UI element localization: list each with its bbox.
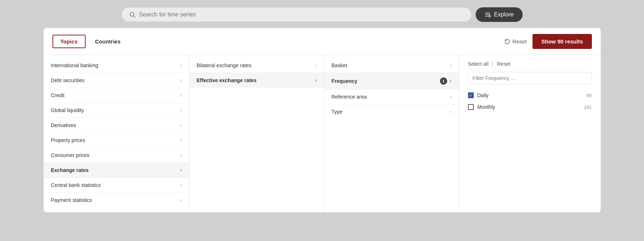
filter-label: Type <box>332 109 343 115</box>
daily-label: Daily <box>477 92 489 98</box>
topic-item-derivatives[interactable]: Derivatives › <box>44 118 189 133</box>
svg-line-1 <box>133 16 135 17</box>
search-icon <box>129 11 136 18</box>
subtopics-column: Bilateral exchange rates › Effective exc… <box>190 55 324 212</box>
chevron-icon: › <box>180 108 182 113</box>
monthly-count: 181 <box>584 104 592 110</box>
tab-countries[interactable]: Countries <box>87 35 129 48</box>
subtopic-item-bilateral[interactable]: Bilateral exchange rates › <box>190 58 324 73</box>
filter-label: Frequency <box>332 78 358 84</box>
select-all-link[interactable]: Select all <box>468 61 489 67</box>
subtopic-label: Effective exchange rates <box>197 77 257 83</box>
tab-group: Topics Countries <box>52 35 129 48</box>
topic-label: Property prices <box>51 137 85 143</box>
frequency-filter-input[interactable] <box>468 72 592 84</box>
explore-label: Explore <box>494 11 514 18</box>
topics-column: International banking › Debt securities … <box>44 55 190 212</box>
frequency-actions: Select all | Reset <box>468 61 511 67</box>
subtopic-item-effective[interactable]: Effective exchange rates › <box>190 73 324 88</box>
chevron-icon: › <box>450 94 452 99</box>
frequency-column: Select all | Reset Daily 90 Monthly 181 <box>459 55 601 212</box>
show-results-button[interactable]: Show 90 results <box>532 34 592 49</box>
frequency-badge: 1 <box>440 77 447 85</box>
chevron-icon: › <box>180 138 182 143</box>
chevron-icon: › <box>450 79 452 84</box>
topic-item-international-banking[interactable]: International banking › <box>44 58 189 73</box>
topic-item-debt-securities[interactable]: Debt securities › <box>44 73 189 88</box>
chevron-icon: › <box>180 183 182 188</box>
chevron-icon: › <box>180 198 182 203</box>
panel-header: Topics Countries Reset Show 90 results <box>44 28 601 55</box>
frequency-header: Select all | Reset <box>468 61 592 67</box>
topic-label: Payment statistics <box>51 197 92 203</box>
topic-item-global-liquidity[interactable]: Global liquidity › <box>44 103 189 118</box>
chevron-icon: › <box>180 63 182 68</box>
svg-point-5 <box>489 15 491 17</box>
main-panel: Topics Countries Reset Show 90 results I… <box>43 28 601 213</box>
chevron-icon: › <box>180 123 182 128</box>
header-actions: Reset Show 90 results <box>504 34 592 49</box>
filter-item-basket[interactable]: Basket › <box>324 58 459 73</box>
frequency-option-daily: Daily 90 <box>468 89 592 101</box>
chevron-icon: › <box>180 168 182 173</box>
tab-topics[interactable]: Topics <box>52 35 86 48</box>
topic-item-central-bank-statistics[interactable]: Central bank statistics › <box>44 178 189 193</box>
filter-label: Reference area <box>332 94 367 100</box>
chevron-icon: › <box>315 78 317 83</box>
topic-item-payment-statistics[interactable]: Payment statistics › <box>44 193 189 207</box>
topic-label: International banking <box>51 62 98 68</box>
topic-label: Central bank statistics <box>51 182 101 188</box>
daily-count: 90 <box>586 93 592 98</box>
daily-checkbox[interactable] <box>468 92 474 98</box>
chevron-icon: › <box>180 93 182 98</box>
chevron-icon: › <box>315 63 317 68</box>
frequency-option-monthly: Monthly 181 <box>468 101 592 113</box>
topic-label: Consumer prices <box>51 152 90 158</box>
explore-button[interactable]: Explore <box>476 7 522 22</box>
reset-icon <box>504 39 510 45</box>
separator: | <box>492 61 493 67</box>
search-bar-container: Explore <box>122 7 523 22</box>
chevron-icon: › <box>180 78 182 83</box>
panel-body: International banking › Debt securities … <box>44 55 601 212</box>
filter-item-reference-area[interactable]: Reference area › <box>324 89 459 104</box>
chevron-icon: › <box>180 153 182 158</box>
reset-label: Reset <box>512 38 527 45</box>
monthly-label: Monthly <box>477 104 495 110</box>
topic-item-exchange-rates[interactable]: Exchange rates › <box>44 163 189 178</box>
filter-item-type[interactable]: Type › <box>324 104 459 119</box>
monthly-checkbox[interactable] <box>468 104 474 110</box>
chevron-icon: › <box>450 63 452 68</box>
search-input[interactable] <box>139 11 464 18</box>
explore-icon <box>484 11 491 18</box>
topic-label: Global liquidity <box>51 107 84 113</box>
chevron-icon: › <box>450 109 452 114</box>
filter-label: Basket <box>332 62 347 68</box>
subtopic-label: Bilateral exchange rates <box>197 62 251 68</box>
reset-button[interactable]: Reset <box>504 38 527 45</box>
freq-reset-link[interactable]: Reset <box>497 61 511 67</box>
topic-item-consumer-prices[interactable]: Consumer prices › <box>44 148 189 163</box>
topic-label: Exchange rates <box>51 167 89 173</box>
topic-label: Derivatives <box>51 122 76 128</box>
topic-item-property-prices[interactable]: Property prices › <box>44 133 189 148</box>
search-input-wrapper <box>122 8 472 22</box>
topic-label: Debt securities <box>51 77 85 83</box>
topic-label: Credit <box>51 92 65 98</box>
topic-item-credit[interactable]: Credit › <box>44 88 189 103</box>
filter-item-frequency[interactable]: Frequency 1 › <box>324 73 459 89</box>
filters-column: Basket › Frequency 1 › Reference area › … <box>324 55 459 212</box>
